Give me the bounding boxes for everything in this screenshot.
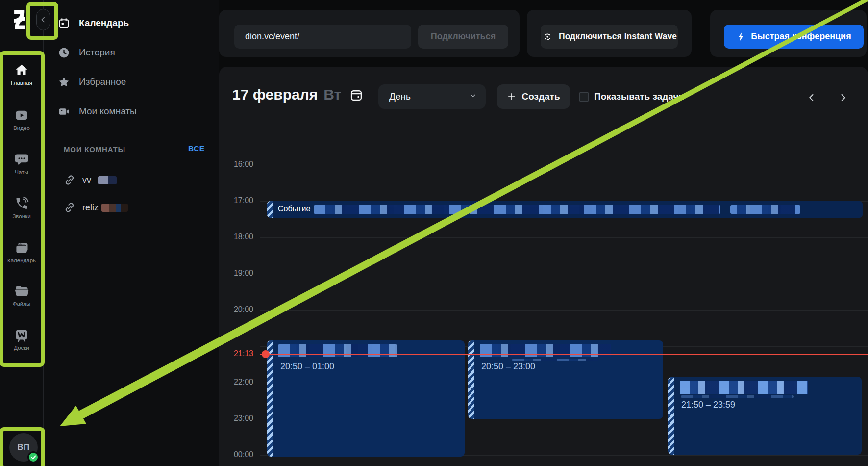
chat-icon bbox=[14, 152, 29, 167]
event-block-2150-2359[interactable]: 21:50 – 23:59 bbox=[668, 377, 862, 455]
hour-label: 00:00 bbox=[219, 450, 253, 459]
whiteboard-icon bbox=[14, 328, 29, 342]
avatar-initials: ВП bbox=[17, 442, 30, 452]
redacted-text bbox=[98, 176, 117, 184]
event-block-2050-0100[interactable]: 20:50 – 01:00 bbox=[267, 340, 465, 457]
rooms-section-header: МОИ КОМНАТЫ bbox=[64, 145, 125, 154]
quick-conference-label: Быстрая конференция bbox=[751, 31, 851, 42]
link-icon bbox=[64, 202, 75, 213]
hour-label: 19:00 bbox=[219, 269, 253, 278]
room-item-vv[interactable]: vv bbox=[64, 173, 211, 187]
quick-conference-card: Быстрая конференция bbox=[710, 10, 867, 57]
rail-item-label: Файлы bbox=[0, 301, 43, 307]
rail-item-chats[interactable]: Чаты bbox=[0, 152, 43, 175]
hour-label: 22:00 bbox=[219, 378, 253, 387]
dion-logo-icon[interactable] bbox=[8, 8, 31, 31]
hour-gridline bbox=[260, 310, 868, 311]
create-event-button[interactable]: Создать bbox=[497, 84, 570, 109]
online-status-icon bbox=[27, 451, 39, 463]
rail-item-label: Видео bbox=[0, 125, 43, 131]
event-stripe bbox=[267, 340, 273, 457]
show-tasks-label: Показывать задачи bbox=[594, 91, 684, 102]
lightning-icon bbox=[736, 31, 746, 42]
phone-icon bbox=[14, 196, 29, 211]
chevron-right-icon bbox=[838, 92, 848, 104]
sidebar-item-label: История bbox=[79, 47, 115, 58]
rail-item-video[interactable]: Видео bbox=[0, 108, 43, 131]
camera-icon bbox=[58, 105, 70, 118]
rail-item-label: Чаты bbox=[0, 169, 43, 175]
rail-item-calls[interactable]: Звонки bbox=[0, 196, 43, 219]
room-name: reliz bbox=[82, 203, 99, 213]
weekday-text: Вт bbox=[323, 86, 341, 103]
clock-icon bbox=[58, 47, 70, 59]
rail-item-home[interactable]: Главная bbox=[0, 63, 43, 86]
hour-label: 20:00 bbox=[219, 305, 253, 314]
join-button[interactable]: Подключиться bbox=[418, 25, 508, 49]
view-mode-select[interactable]: День bbox=[378, 84, 486, 109]
wave-icon bbox=[542, 31, 553, 43]
calendar-icon bbox=[58, 17, 70, 29]
show-tasks-checkbox[interactable] bbox=[579, 92, 589, 102]
chevron-left-icon bbox=[807, 92, 817, 104]
quick-conference-button[interactable]: Быстрая конференция bbox=[724, 25, 864, 49]
hour-gridline bbox=[260, 237, 868, 238]
hour-label: 18:00 bbox=[219, 233, 253, 241]
user-avatar[interactable]: ВП bbox=[9, 433, 38, 462]
event-title: Событие bbox=[278, 205, 310, 213]
rail-item-boards[interactable]: Доски bbox=[0, 328, 43, 351]
hour-label: 17:00 bbox=[219, 196, 253, 205]
rooms-show-all-link[interactable]: ВСЕ bbox=[188, 144, 205, 153]
date-text: 17 февраля bbox=[232, 86, 318, 103]
redacted-text bbox=[314, 205, 720, 214]
datepicker-icon[interactable] bbox=[349, 88, 363, 104]
rail-item-label: Доски bbox=[0, 345, 43, 351]
redacted-text bbox=[480, 344, 611, 357]
event-stripe bbox=[267, 201, 273, 218]
room-item-reliz[interactable]: reliz bbox=[64, 200, 211, 215]
star-icon bbox=[58, 76, 70, 88]
create-event-label: Создать bbox=[521, 91, 560, 102]
current-time-line bbox=[260, 354, 868, 355]
plus-icon bbox=[507, 92, 517, 102]
event-stripe bbox=[668, 377, 674, 455]
redacted-text bbox=[278, 344, 397, 357]
sidebar-item-label: Избранное bbox=[79, 77, 126, 87]
rail-item-label: Календарь bbox=[0, 258, 43, 263]
current-time-label: 21:13 bbox=[219, 349, 253, 358]
sidebar-item-calendar[interactable]: Календарь bbox=[58, 14, 212, 32]
sidebar-item-label: Календарь bbox=[79, 18, 129, 28]
instant-wave-label: Подключиться Instant Wave bbox=[559, 31, 677, 42]
instant-wave-card: Подключиться Instant Wave bbox=[527, 10, 692, 57]
app-root: { "colors": { "accent_blue": "#1568e8", … bbox=[0, 0, 868, 466]
chevron-down-icon bbox=[469, 91, 477, 102]
sidebar-item-favorites[interactable]: Избранное bbox=[58, 73, 212, 91]
redacted-text bbox=[730, 205, 800, 214]
instant-wave-button[interactable]: Подключиться Instant Wave bbox=[541, 25, 678, 49]
home-icon bbox=[14, 63, 29, 78]
calendar-pages-icon bbox=[14, 240, 29, 255]
rail-item-label: Главная bbox=[0, 80, 43, 86]
video-icon bbox=[14, 108, 29, 123]
next-day-button[interactable] bbox=[834, 88, 852, 107]
redacted-text bbox=[101, 204, 128, 212]
sidebar-collapse-button[interactable] bbox=[36, 9, 50, 30]
rail-item-calendar[interactable]: Календарь bbox=[0, 240, 43, 263]
sidebar-item-label: Мои комнаты bbox=[79, 106, 137, 117]
event-block-17-00[interactable]: Событие bbox=[267, 201, 863, 218]
sidebar-item-history[interactable]: История bbox=[58, 44, 212, 61]
rail-item-label: Звонки bbox=[0, 213, 43, 219]
hour-gridline bbox=[260, 165, 868, 165]
rail-item-files[interactable]: Файлы bbox=[0, 284, 43, 307]
join-event-card: Подключиться bbox=[219, 10, 520, 57]
redacted-text bbox=[512, 359, 598, 361]
event-block-2050-2300[interactable]: 20:50 – 23:00 bbox=[468, 340, 663, 419]
folder-icon bbox=[14, 284, 29, 298]
redacted-text bbox=[681, 395, 794, 398]
event-time: 21:50 – 23:59 bbox=[681, 400, 735, 410]
event-time: 20:50 – 01:00 bbox=[280, 362, 334, 372]
event-link-input[interactable] bbox=[234, 25, 411, 49]
sidebar-item-my-rooms[interactable]: Мои комнаты bbox=[58, 103, 212, 120]
prev-day-button[interactable] bbox=[802, 88, 821, 107]
view-mode-value: День bbox=[389, 91, 411, 102]
